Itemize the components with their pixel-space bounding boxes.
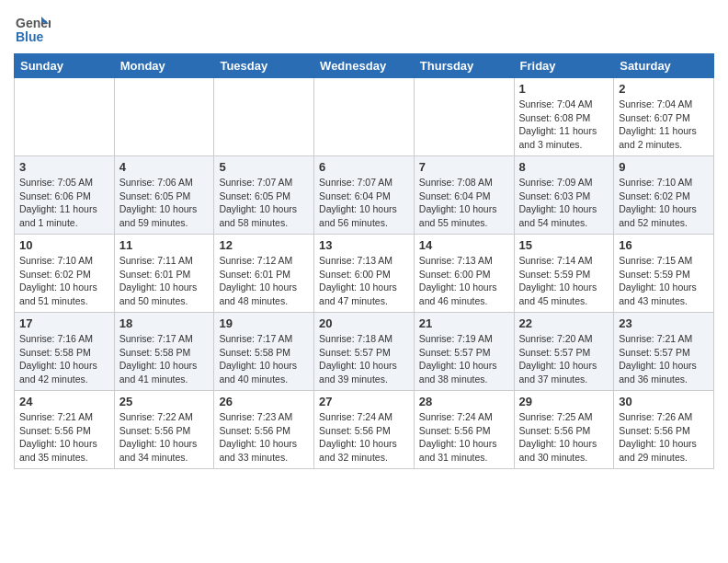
weekday-header-tuesday: Tuesday	[214, 54, 314, 78]
day-info: Sunrise: 7:17 AM Sunset: 5:58 PM Dayligh…	[119, 332, 210, 386]
calendar-day-cell: 15Sunrise: 7:14 AM Sunset: 5:59 PM Dayli…	[514, 235, 614, 313]
day-number: 18	[119, 316, 210, 330]
calendar-day-cell: 4Sunrise: 7:06 AM Sunset: 6:05 PM Daylig…	[114, 156, 214, 235]
calendar-day-cell: 26Sunrise: 7:23 AM Sunset: 5:56 PM Dayli…	[214, 391, 314, 469]
calendar-day-cell: 7Sunrise: 7:08 AM Sunset: 6:04 PM Daylig…	[414, 156, 514, 235]
calendar-day-cell: 18Sunrise: 7:17 AM Sunset: 5:58 PM Dayli…	[114, 313, 214, 391]
day-info: Sunrise: 7:09 AM Sunset: 6:03 PM Dayligh…	[519, 176, 609, 230]
calendar-day-cell: 29Sunrise: 7:25 AM Sunset: 5:56 PM Dayli…	[514, 391, 614, 469]
day-info: Sunrise: 7:13 AM Sunset: 6:00 PM Dayligh…	[319, 254, 409, 308]
day-number: 11	[119, 238, 210, 252]
calendar-week-3: 10Sunrise: 7:10 AM Sunset: 6:02 PM Dayli…	[15, 235, 714, 313]
day-info: Sunrise: 7:15 AM Sunset: 5:59 PM Dayligh…	[619, 254, 709, 308]
day-number: 7	[419, 160, 509, 174]
day-info: Sunrise: 7:10 AM Sunset: 6:02 PM Dayligh…	[19, 254, 109, 308]
calendar-day-cell: 6Sunrise: 7:07 AM Sunset: 6:04 PM Daylig…	[314, 156, 415, 235]
day-number: 17	[19, 316, 109, 330]
calendar-day-cell: 23Sunrise: 7:21 AM Sunset: 5:57 PM Dayli…	[614, 313, 714, 391]
day-number: 16	[619, 238, 709, 252]
day-number: 3	[19, 160, 109, 174]
day-info: Sunrise: 7:25 AM Sunset: 5:56 PM Dayligh…	[519, 410, 609, 465]
day-number: 24	[19, 395, 109, 408]
day-number: 14	[419, 238, 509, 252]
weekday-header-sunday: Sunday	[15, 54, 115, 78]
calendar-day-cell: 17Sunrise: 7:16 AM Sunset: 5:58 PM Dayli…	[15, 313, 115, 391]
calendar-day-cell: 22Sunrise: 7:20 AM Sunset: 5:57 PM Dayli…	[514, 313, 614, 391]
calendar-day-cell: 19Sunrise: 7:17 AM Sunset: 5:58 PM Dayli…	[214, 313, 314, 391]
day-number: 5	[219, 160, 309, 174]
calendar-day-cell: 25Sunrise: 7:22 AM Sunset: 5:56 PM Dayli…	[114, 391, 214, 469]
day-number: 13	[319, 238, 409, 252]
day-info: Sunrise: 7:10 AM Sunset: 6:02 PM Dayligh…	[619, 176, 709, 230]
logo-icon: General Blue	[14, 9, 51, 46]
day-info: Sunrise: 7:22 AM Sunset: 5:56 PM Dayligh…	[119, 410, 210, 465]
day-number: 20	[319, 316, 409, 330]
day-info: Sunrise: 7:18 AM Sunset: 5:57 PM Dayligh…	[319, 332, 409, 386]
day-info: Sunrise: 7:20 AM Sunset: 5:57 PM Dayligh…	[519, 332, 609, 386]
calendar-day-cell: 13Sunrise: 7:13 AM Sunset: 6:00 PM Dayli…	[314, 235, 415, 313]
day-info: Sunrise: 7:24 AM Sunset: 5:56 PM Dayligh…	[419, 410, 509, 465]
calendar-day-cell: 24Sunrise: 7:21 AM Sunset: 5:56 PM Dayli…	[15, 391, 115, 469]
calendar-day-cell: 2Sunrise: 7:04 AM Sunset: 6:07 PM Daylig…	[614, 78, 714, 156]
day-info: Sunrise: 7:19 AM Sunset: 5:57 PM Dayligh…	[419, 332, 509, 386]
weekday-header-friday: Friday	[514, 54, 614, 78]
day-number: 27	[319, 395, 409, 408]
calendar-week-1: 1Sunrise: 7:04 AM Sunset: 6:08 PM Daylig…	[15, 78, 714, 156]
svg-text:Blue: Blue	[16, 29, 44, 44]
day-info: Sunrise: 7:07 AM Sunset: 6:04 PM Dayligh…	[319, 176, 409, 230]
day-number: 26	[219, 395, 309, 408]
calendar-day-cell: 8Sunrise: 7:09 AM Sunset: 6:03 PM Daylig…	[514, 156, 614, 235]
day-number: 1	[519, 82, 609, 96]
day-number: 12	[219, 238, 309, 252]
calendar-day-cell: 9Sunrise: 7:10 AM Sunset: 6:02 PM Daylig…	[614, 156, 714, 235]
day-number: 29	[519, 395, 609, 408]
calendar-day-cell: 21Sunrise: 7:19 AM Sunset: 5:57 PM Dayli…	[414, 313, 514, 391]
day-info: Sunrise: 7:13 AM Sunset: 6:00 PM Dayligh…	[419, 254, 509, 308]
calendar-day-cell	[314, 78, 415, 156]
day-info: Sunrise: 7:21 AM Sunset: 5:57 PM Dayligh…	[619, 332, 709, 386]
calendar-day-cell	[114, 78, 214, 156]
day-number: 21	[419, 316, 509, 330]
calendar-week-2: 3Sunrise: 7:05 AM Sunset: 6:06 PM Daylig…	[15, 156, 714, 235]
calendar-day-cell: 30Sunrise: 7:26 AM Sunset: 5:56 PM Dayli…	[614, 391, 714, 469]
logo: General Blue	[14, 9, 54, 46]
calendar-day-cell: 12Sunrise: 7:12 AM Sunset: 6:01 PM Dayli…	[214, 235, 314, 313]
calendar-day-cell: 27Sunrise: 7:24 AM Sunset: 5:56 PM Dayli…	[314, 391, 415, 469]
day-info: Sunrise: 7:08 AM Sunset: 6:04 PM Dayligh…	[419, 176, 509, 230]
day-number: 28	[419, 395, 509, 408]
calendar-day-cell: 28Sunrise: 7:24 AM Sunset: 5:56 PM Dayli…	[414, 391, 514, 469]
day-info: Sunrise: 7:06 AM Sunset: 6:05 PM Dayligh…	[119, 176, 210, 230]
day-info: Sunrise: 7:21 AM Sunset: 5:56 PM Dayligh…	[19, 410, 109, 465]
calendar-header: SundayMondayTuesdayWednesdayThursdayFrid…	[15, 54, 714, 78]
calendar-day-cell: 16Sunrise: 7:15 AM Sunset: 5:59 PM Dayli…	[614, 235, 714, 313]
calendar-day-cell: 11Sunrise: 7:11 AM Sunset: 6:01 PM Dayli…	[114, 235, 214, 313]
weekday-header-thursday: Thursday	[414, 54, 514, 78]
day-info: Sunrise: 7:07 AM Sunset: 6:05 PM Dayligh…	[219, 176, 309, 230]
day-info: Sunrise: 7:26 AM Sunset: 5:56 PM Dayligh…	[619, 410, 709, 465]
day-number: 10	[19, 238, 109, 252]
day-info: Sunrise: 7:16 AM Sunset: 5:58 PM Dayligh…	[19, 332, 109, 386]
day-info: Sunrise: 7:11 AM Sunset: 6:01 PM Dayligh…	[119, 254, 210, 308]
weekday-header-wednesday: Wednesday	[314, 54, 415, 78]
calendar-day-cell: 1Sunrise: 7:04 AM Sunset: 6:08 PM Daylig…	[514, 78, 614, 156]
calendar-week-5: 24Sunrise: 7:21 AM Sunset: 5:56 PM Dayli…	[15, 391, 714, 469]
day-number: 4	[119, 160, 210, 174]
day-number: 22	[519, 316, 609, 330]
calendar-body: 1Sunrise: 7:04 AM Sunset: 6:08 PM Daylig…	[15, 78, 714, 469]
calendar-day-cell: 20Sunrise: 7:18 AM Sunset: 5:57 PM Dayli…	[314, 313, 415, 391]
day-number: 30	[619, 395, 709, 408]
page-header: General Blue	[14, 9, 714, 46]
day-number: 19	[219, 316, 309, 330]
weekday-header-row: SundayMondayTuesdayWednesdayThursdayFrid…	[15, 54, 714, 78]
calendar-day-cell: 3Sunrise: 7:05 AM Sunset: 6:06 PM Daylig…	[15, 156, 115, 235]
day-info: Sunrise: 7:24 AM Sunset: 5:56 PM Dayligh…	[319, 410, 409, 465]
calendar-day-cell: 14Sunrise: 7:13 AM Sunset: 6:00 PM Dayli…	[414, 235, 514, 313]
day-number: 6	[319, 160, 409, 174]
day-number: 25	[119, 395, 210, 408]
calendar-day-cell: 5Sunrise: 7:07 AM Sunset: 6:05 PM Daylig…	[214, 156, 314, 235]
day-number: 23	[619, 316, 709, 330]
day-info: Sunrise: 7:05 AM Sunset: 6:06 PM Dayligh…	[19, 176, 109, 230]
day-info: Sunrise: 7:04 AM Sunset: 6:08 PM Dayligh…	[519, 98, 609, 152]
day-info: Sunrise: 7:12 AM Sunset: 6:01 PM Dayligh…	[219, 254, 309, 308]
calendar-day-cell	[214, 78, 314, 156]
